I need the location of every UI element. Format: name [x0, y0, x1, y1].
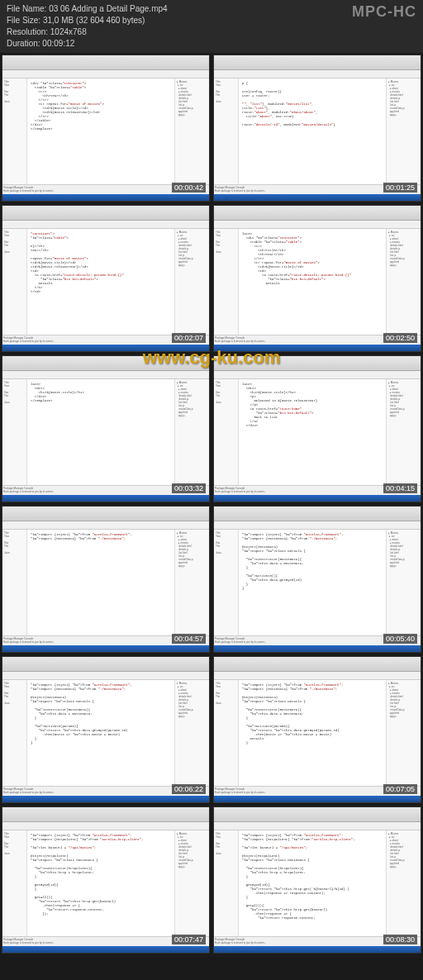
vs-titlebar [2, 507, 209, 521]
timestamp-overlay: 00:02:07 [172, 333, 206, 343]
thumbnail-content: TitleYearStarTheJawslate> <div "kw">clas… [214, 206, 421, 351]
vs-toolbar [2, 822, 209, 830]
vs-body: TitleYearStarTheJaws"kw">import {inject}… [2, 530, 209, 635]
code-editor: "kw">import {inject} "kw">from "aurelia-… [239, 680, 386, 786]
thumbnail-7[interactable]: TitleYearStarTheJaws"kw">import {inject}… [2, 506, 210, 653]
code-editor: "kw">import {inject} "kw">from "aurelia-… [239, 830, 386, 936]
vs-body: TitleYearStarTheJaws"container"> "kw">cl… [2, 229, 209, 335]
vs-body: TitleYearStarTheJaws"kw">import {inject}… [214, 830, 421, 936]
vs-titlebar [214, 507, 421, 521]
vs-toolbar [214, 371, 421, 379]
thumbnail-content: TitleYearStarTheJaws"kw">import {inject}… [2, 507, 209, 652]
thumbnail-12[interactable]: TitleYearStarTheJaws"kw">import {inject}… [213, 806, 421, 954]
thumbnail-content: TitleYearStarTheJaws<div "kw">class="con… [2, 55, 209, 201]
code-editor: "container"> "kw">class="table"> e}</th>… [27, 229, 174, 335]
vs-left-panel: TitleYearStarTheJaws [214, 830, 239, 936]
windows-taskbar [214, 796, 421, 802]
vs-toolbar [2, 521, 209, 530]
timestamp-overlay: 00:02:50 [383, 333, 417, 343]
vs-left-panel: TitleYearStarTheJaws [214, 379, 239, 485]
vs-left-panel: TitleYearStarTheJaws [214, 229, 239, 335]
code-editor: late> <div "kw">class="container"> <tabl… [239, 229, 386, 335]
windows-taskbar [2, 194, 209, 201]
vs-body: TitleYearStarTheJaws"kw">import {inject}… [214, 530, 421, 635]
thumbnail-content: TitleYearStarTheJaws"kw">import {inject}… [2, 807, 209, 953]
thumbnail-4[interactable]: TitleYearStarTheJawslate> <div "kw">clas… [213, 205, 421, 352]
timestamp-overlay: 00:00:42 [172, 183, 206, 193]
windows-taskbar [214, 495, 421, 502]
solution-explorer: ▸ Movies ▸ src ▸ about ▸ movies details.… [386, 830, 421, 936]
vs-body: TitleYearStarTheJawsp { ure(config, rout… [214, 78, 421, 184]
thumbnail-6[interactable]: TitleYearStarTheJawslate> <div> <h2>${mo… [213, 355, 421, 502]
solution-explorer: ▸ Movies ▸ src ▸ about ▸ movies details.… [174, 229, 209, 335]
vs-left-panel: TitleYearStarTheJaws [214, 530, 239, 635]
windows-taskbar [2, 645, 209, 652]
vs-toolbar [214, 822, 421, 830]
windows-taskbar [214, 345, 421, 351]
vs-body: TitleYearStarTheJawslate> <div "kw">clas… [214, 229, 421, 335]
vs-titlebar [214, 807, 421, 822]
thumbnail-content: TitleYearStarTheJawslate> <div> <h2>${mo… [214, 356, 421, 502]
timestamp-overlay: 00:06:22 [172, 784, 206, 794]
thumbnail-content: TitleYearStarTheJaws"kw">import {inject}… [214, 507, 421, 652]
thumbnail-content: TitleYearStarTheJaws"container"> "kw">cl… [2, 206, 209, 351]
resolution-row: Resolution: 1024x768 [7, 26, 168, 38]
thumbnail-1[interactable]: TitleYearStarTheJaws<div "kw">class="con… [2, 55, 210, 202]
solution-explorer: ▸ Movies ▸ src ▸ about ▸ movies details.… [386, 379, 421, 485]
vs-titlebar [214, 356, 421, 371]
header-bar: File Name: 03 06 Adding a Detail Page.mp… [0, 0, 423, 53]
code-editor: "kw">import {inject} "kw">from "aurelia-… [27, 830, 174, 936]
code-editor: <div "kw">class="container"> <table "kw"… [27, 78, 174, 184]
app-name: MPC-HC [352, 3, 416, 21]
thumbnail-2[interactable]: TitleYearStarTheJawsp { ure(config, rout… [213, 55, 421, 202]
timestamp-overlay: 00:07:47 [172, 935, 206, 944]
solution-explorer: ▸ Movies ▸ src ▸ about ▸ movies details.… [386, 78, 421, 184]
vs-titlebar [2, 206, 209, 221]
thumbnail-8[interactable]: TitleYearStarTheJaws"kw">import {inject}… [213, 506, 421, 653]
windows-taskbar [2, 946, 209, 953]
thumbnail-9[interactable]: TitleYearStarTheJaws"kw">import {inject}… [2, 656, 210, 803]
vs-titlebar [214, 657, 421, 672]
timestamp-overlay: 00:07:05 [383, 784, 417, 794]
vs-toolbar [2, 672, 209, 680]
vs-toolbar [2, 371, 209, 379]
vs-body: TitleYearStarTheJaws"kw">import {inject}… [2, 830, 209, 936]
duration-label: Duration: [7, 39, 40, 48]
vs-titlebar [2, 807, 209, 822]
resolution-value: 1024x768 [50, 27, 87, 36]
vs-titlebar [2, 657, 209, 672]
windows-taskbar [2, 796, 209, 802]
windows-taskbar [214, 946, 421, 953]
code-editor: late> <div> <h2>${movie.title}</h2> <p> … [239, 379, 386, 485]
thumbnail-11[interactable]: TitleYearStarTheJaws"kw">import {inject}… [2, 806, 210, 954]
vs-titlebar [214, 206, 421, 221]
thumbnail-5[interactable]: TitleYearStarTheJawslate> <div> <h1>${mo… [2, 355, 210, 502]
vs-left-panel: TitleYearStarTheJaws [2, 830, 27, 936]
vs-toolbar [2, 70, 209, 78]
thumbnail-10[interactable]: TitleYearStarTheJaws"kw">import {inject}… [213, 656, 421, 803]
duration-value: 00:09:12 [42, 39, 74, 48]
vs-left-panel: TitleYearStarTheJaws [2, 78, 27, 184]
timestamp-overlay: 00:04:57 [172, 634, 206, 644]
timestamp-overlay: 00:01:25 [383, 183, 417, 193]
thumbnail-content: TitleYearStarTheJaws"kw">import {inject}… [214, 807, 421, 953]
code-editor: late> <div> <h1>${movie.title}</h1> </di… [27, 379, 174, 485]
file-name-value: 03 06 Adding a Detail Page.mp4 [49, 4, 167, 13]
solution-explorer: ▸ Movies ▸ src ▸ about ▸ movies details.… [386, 530, 421, 635]
vs-left-panel: TitleYearStarTheJaws [2, 530, 27, 635]
thumbnail-content: TitleYearStarTheJaws"kw">import {inject}… [2, 657, 209, 802]
solution-explorer: ▸ Movies ▸ src ▸ about ▸ movies details.… [174, 530, 209, 635]
solution-explorer: ▸ Movies ▸ src ▸ about ▸ movies details.… [386, 680, 421, 786]
solution-explorer: ▸ Movies ▸ src ▸ about ▸ movies details.… [174, 379, 209, 485]
vs-body: TitleYearStarTheJawslate> <div> <h1>${mo… [2, 379, 209, 485]
vs-body: TitleYearStarTheJaws"kw">import {inject}… [214, 680, 421, 786]
file-name-row: File Name: 03 06 Adding a Detail Page.mp… [7, 3, 168, 15]
thumbnail-3[interactable]: TitleYearStarTheJaws"container"> "kw">cl… [2, 205, 210, 352]
vs-body: TitleYearStarTheJaws<div "kw">class="con… [2, 78, 209, 184]
code-editor: "kw">import {inject} "kw">from "aurelia-… [27, 530, 174, 635]
vs-toolbar [214, 672, 421, 680]
vs-left-panel: TitleYearStarTheJaws [214, 78, 239, 184]
thumbnail-content: TitleYearStarTheJaws"kw">import {inject}… [214, 657, 421, 802]
timestamp-overlay: 00:03:32 [172, 483, 206, 493]
windows-taskbar [2, 345, 209, 351]
